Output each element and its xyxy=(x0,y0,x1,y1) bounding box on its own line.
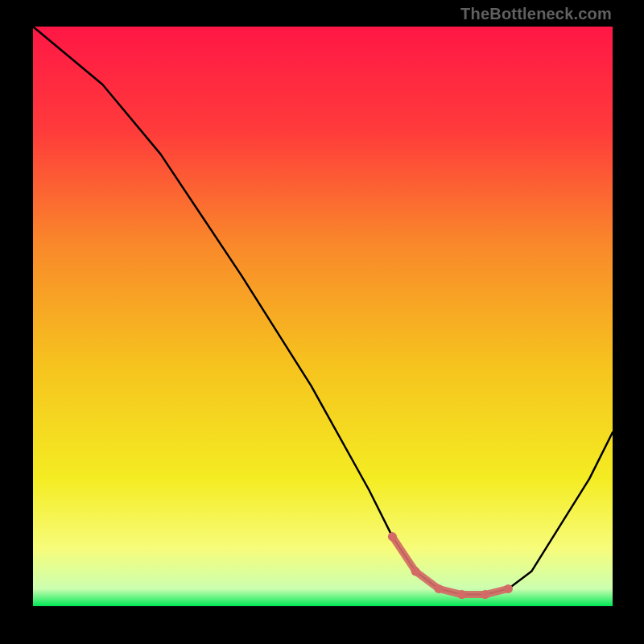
bottleneck-chart xyxy=(33,27,613,606)
highlight-dot xyxy=(481,590,489,599)
highlight-dot xyxy=(504,584,513,593)
chart-frame xyxy=(33,27,613,606)
highlight-dot xyxy=(435,584,444,593)
highlight-dot xyxy=(411,567,420,576)
highlight-dot xyxy=(388,532,397,541)
highlight-dot xyxy=(457,590,466,599)
gradient-background xyxy=(33,27,613,606)
watermark-text: TheBottleneck.com xyxy=(460,5,612,23)
